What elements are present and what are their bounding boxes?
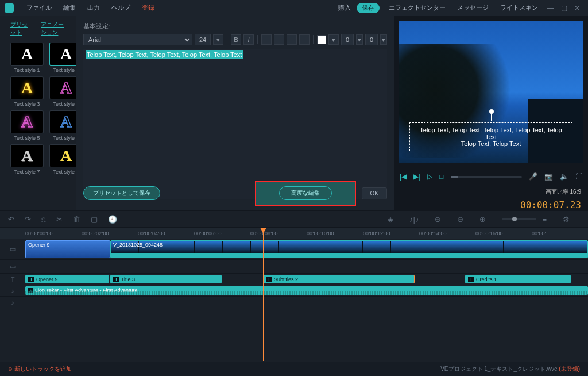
text-style-6[interactable]: A [49,110,76,133]
prev-frame-icon[interactable]: |◀ [400,172,407,181]
timecode-display: 00:00:07.23 [520,199,581,210]
italic-icon[interactable]: I [243,34,254,45]
add-track-button[interactable]: ⊕ 新しいトラックを追加 [8,365,72,373]
redo-icon[interactable]: ↷ [25,215,31,224]
text-editor-panel: 基本設定: Arial ▾ B I ≡ ≡ ≡ ≡ ▾ ▾ ▾ Telop Te… [76,16,394,210]
menu-register[interactable]: 登録 [136,3,160,12]
crop-icon[interactable]: ▢ [91,215,98,224]
playback-slider[interactable] [451,176,523,178]
status-bar: ⊕ 新しいトラックを追加 VEプロジェクト 1_テキスト_クレジット.wve (… [0,362,588,376]
menu-output[interactable]: 出力 [82,3,106,12]
snapshot-icon[interactable]: 📷 [544,172,553,181]
menu-file[interactable]: ファイル [21,3,57,12]
zoom-slider[interactable] [502,218,536,220]
playhead[interactable] [263,228,264,361]
font-family-select[interactable]: Arial [83,34,192,45]
aspect-ratio-label: 画面比率 16:9 [546,188,581,196]
menu-help[interactable]: ヘルプ [106,3,136,12]
window-close-icon[interactable]: ✕ [571,4,583,12]
undo-icon[interactable]: ↶ [8,215,14,224]
delete-icon[interactable]: 🗑 [73,215,80,224]
audio-track-2-icon[interactable]: ♪ [0,297,25,308]
align-right-icon[interactable]: ≡ [287,34,297,45]
menu-message[interactable]: メッセージ [451,3,494,12]
basic-settings-label: 基本設定: [83,22,387,30]
spacing-1-input[interactable] [341,34,354,45]
tab-animation[interactable]: アニメーション [41,21,69,37]
text-style-5[interactable]: A [10,110,44,133]
fullscreen-icon[interactable]: ⛶ [575,172,582,181]
zoom-fit-icon[interactable]: ⊕ [435,215,441,224]
text-style-7[interactable]: A [10,144,44,167]
text-style-8[interactable]: A [49,144,76,167]
clip-text-opener[interactable]: TOpener 9 [25,275,109,283]
align-left-icon[interactable]: ≡ [261,34,272,45]
zoom-out-icon[interactable]: ⊖ [457,215,463,224]
stepper-icon[interactable]: ▾ [356,34,363,45]
clip-video[interactable]: V_20181025_094248 [110,240,588,258]
app-logo [5,3,14,13]
align-justify-icon[interactable]: ≡ [299,34,310,45]
clip-text-credits[interactable]: TCredits 1 [465,275,571,283]
unsaved-label: (未登録) [559,366,580,372]
play-icon[interactable]: ▷ [427,172,432,181]
menu-light-skin[interactable]: ライトスキン [494,3,544,12]
menu-effect-center[interactable]: エフェクトセンター [383,3,451,12]
text-style-4[interactable]: A [49,76,76,99]
font-size-input[interactable] [195,34,211,45]
clip-text-title[interactable]: TTitle 3 [110,275,222,283]
settings-icon[interactable]: ⚙ [563,215,570,224]
color-dropdown-icon[interactable]: ▾ [328,34,339,45]
advanced-edit-button[interactable]: 高度な編集 [255,181,356,206]
preview-video[interactable]: Telop Text, Telop Text, Telop Text, Telo… [399,21,583,163]
preview-panel: Telop Text, Telop Text, Telop Text, Telo… [394,16,588,210]
clip-audio[interactable]: ♪Lion seker - First Adventure - First Ad… [25,286,588,295]
menubar: ファイル 編集 出力 ヘルプ 登録 購入 保存 エフェクトセンター メッセージ … [0,0,588,16]
cut-icon[interactable]: ✂ [56,215,63,224]
telop-overlay[interactable]: Telop Text, Telop Text, Telop Text, Telo… [409,122,572,151]
menu-purchase[interactable]: 購入 [332,3,357,12]
menu-edit[interactable]: 編集 [57,3,82,12]
text-track-icon[interactable]: T [0,274,25,285]
window-minimize-icon[interactable]: — [544,4,558,12]
audio-track-1-icon[interactable]: ♪ [0,285,25,296]
edit-tool-icon[interactable]: ⎌ [41,215,46,224]
save-preset-button[interactable]: プリセットとして保存 [83,186,160,200]
spacing-2-input[interactable] [365,34,378,45]
volume-icon[interactable]: 🔈 [560,172,568,181]
size-dropdown-icon[interactable]: ▾ [213,34,223,45]
clip-text-subtitle[interactable]: TSubtitles 2 [263,275,415,283]
text-color-swatch[interactable] [317,35,326,44]
mic-icon[interactable]: 🎤 [529,172,537,181]
ok-button[interactable]: OK [362,187,387,199]
timeline-panel: ↶ ↷ ⎌ ✂ 🗑 ▢ 🕘 ◈ ♪|♪ ⊕ ⊖ ⊕ ≡ ⚙ 00:00:00:0… [0,210,588,361]
overlay-track-icon[interactable]: ▭ [0,260,25,273]
clip-opener[interactable]: Opener 9 [25,240,110,258]
align-center-icon[interactable]: ≡ [274,34,284,45]
tab-preset[interactable]: プリセット [10,21,30,37]
next-frame-icon[interactable]: ▶| [413,172,420,181]
bold-icon[interactable]: B [231,34,241,45]
project-name: VEプロジェクト 1_テキスト_クレジット.wve [440,366,557,372]
history-icon[interactable]: 🕘 [108,215,117,224]
list-view-icon[interactable]: ≡ [542,215,547,224]
marker-icon[interactable]: ◈ [388,215,393,224]
text-style-3[interactable]: A [10,76,44,99]
stop-icon[interactable]: □ [439,172,443,181]
window-maximize-icon[interactable]: ▢ [558,4,571,12]
zoom-in-icon[interactable]: ⊕ [479,215,486,224]
text-style-2[interactable]: A [49,43,76,66]
video-track-icon[interactable]: ▭ [0,239,25,259]
preset-panel: プリセット アニメーション AText style 1 AText style … [0,16,76,210]
stepper-2-icon[interactable]: ▾ [380,34,387,45]
audio-settings-icon[interactable]: ♪|♪ [409,215,419,224]
save-button[interactable]: 保存 [357,3,380,13]
timeline-ruler[interactable]: 00:00:00:00 00:00:02:00 00:00:04:00 00:0… [0,228,588,239]
text-style-1[interactable]: A [10,43,44,66]
